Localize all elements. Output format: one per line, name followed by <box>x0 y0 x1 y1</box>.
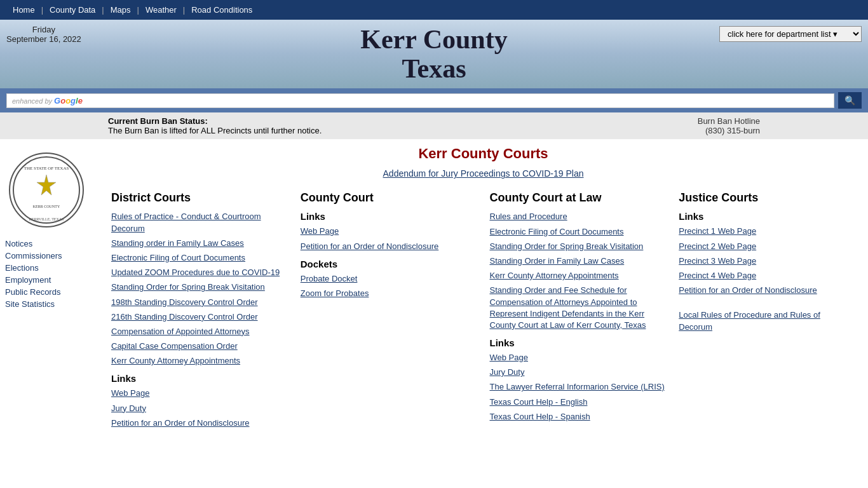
cc-link-1[interactable]: Petition for an Order of Nondisclosure <box>301 241 477 252</box>
sidebar-commissioners[interactable]: Commissioners <box>5 251 93 261</box>
dc-lnk-0[interactable]: Web Page <box>111 388 288 399</box>
main-content: Kerr County Courts Addendum for Jury Pro… <box>98 139 868 438</box>
dc-link-4[interactable]: Standing Order for Spring Break Visitati… <box>111 281 288 293</box>
page-title: Kerr County Courts <box>111 146 855 162</box>
jc-heading: Justice Courts <box>679 191 855 205</box>
dc-link-9[interactable]: Kerr County Attorney Appointments <box>111 355 288 367</box>
ccal-lnk-0[interactable]: Web Page <box>490 352 667 363</box>
ccal-link-2[interactable]: Standing Order for Spring Break Visitati… <box>490 241 667 252</box>
sidebar-employment[interactable]: Employment <box>5 275 93 285</box>
search-button[interactable]: 🔍 <box>838 92 862 109</box>
nav-weather[interactable]: Weather <box>139 4 183 16</box>
burn-ban-left: Current Burn Ban Status: The Burn Ban is… <box>108 116 322 135</box>
nav-county-data[interactable]: County Data <box>43 4 102 16</box>
district-courts-section: District Courts Rules of Practice - Cond… <box>111 191 288 432</box>
jc-link-2[interactable]: Precinct 3 Web Page <box>679 255 855 267</box>
cc-docket-1[interactable]: Zoom for Probates <box>301 288 477 299</box>
ccal-links-heading: Links <box>490 337 667 348</box>
jc-links-heading: Links <box>679 211 855 222</box>
dc-link-6[interactable]: 216th Standing Discovery Control Order <box>111 311 288 323</box>
sidebar: THE STATE OF TEXAS KERR COUNTY KERRVILLE… <box>0 139 98 438</box>
dc-link-8[interactable]: Capital Case Compensation Order <box>111 341 288 352</box>
svg-marker-3 <box>37 175 56 195</box>
department-dropdown[interactable]: click here for department list ▾ <box>719 26 862 42</box>
county-seal: THE STATE OF TEXAS KERR COUNTY KERRVILLE… <box>5 149 88 231</box>
nav-road-conditions[interactable]: Road Conditions <box>185 4 259 16</box>
ccal-link-5[interactable]: Standing Order and Fee Schedule for Comp… <box>490 285 667 331</box>
ccal-lnk-3[interactable]: Texas Court Help - English <box>490 396 667 408</box>
sidebar-elections[interactable]: Elections <box>5 263 93 273</box>
dc-link-7[interactable]: Compensation of Appointed Attorneys <box>111 326 288 337</box>
jc-link-1[interactable]: Precinct 2 Web Page <box>679 241 855 252</box>
cc-links-heading: Links <box>301 211 477 222</box>
sidebar-site-statistics[interactable]: Site Statistics <box>5 299 93 309</box>
svg-text:THE STATE OF TEXAS: THE STATE OF TEXAS <box>24 166 69 171</box>
cc-docket-0[interactable]: Probate Docket <box>301 273 477 285</box>
dc-lnk-1[interactable]: Jury Duty <box>111 403 288 414</box>
justice-courts-section: Justice Courts Links Precinct 1 Web Page… <box>679 191 855 336</box>
ccal-link-0[interactable]: Rules and Procedure <box>490 211 667 222</box>
ccal-link-4[interactable]: Kerr County Attorney Appointments <box>490 270 667 281</box>
district-courts-heading: District Courts <box>111 191 288 205</box>
ccal-link-1[interactable]: Electronic Filing of Court Documents <box>490 226 667 238</box>
cc-dockets-heading: Dockets <box>301 259 477 269</box>
jc-link-4[interactable]: Petition for an Order of Nondisclosure <box>679 285 855 296</box>
nav-home[interactable]: Home <box>6 4 41 16</box>
department-dropdown-wrapper: click here for department list ▾ <box>719 26 862 42</box>
top-navigation: Home | County Data | Maps | Weather | Ro… <box>0 0 868 20</box>
search-input[interactable] <box>86 96 829 105</box>
covid-link-wrap: Addendum for Jury Proceedings to COVID-1… <box>111 168 855 179</box>
ccal-link-3[interactable]: Standing Order in Family Law Cases <box>490 255 667 267</box>
ccal-lnk-4[interactable]: Texas Court Help - Spanish <box>490 411 667 423</box>
svg-text:KERRVILLE, TEXAS: KERRVILLE, TEXAS <box>29 217 64 221</box>
jc-link-0[interactable]: Precinct 1 Web Page <box>679 226 855 237</box>
sidebar-notices[interactable]: Notices <box>5 239 93 248</box>
google-enhanced-label: enhanced by Google <box>12 96 83 105</box>
page-header: Friday September 16, 2022 Kerr CountyTex… <box>0 20 868 88</box>
dc-link-3[interactable]: Updated ZOOM Procedures due to COVID-19 <box>111 267 288 278</box>
dc-link-2[interactable]: Electronic Filing of Court Documents <box>111 252 288 264</box>
dc-links-heading: Links <box>111 373 288 384</box>
courts-grid: District Courts Rules of Practice - Cond… <box>111 191 855 432</box>
nav-maps[interactable]: Maps <box>104 4 137 16</box>
svg-text:KERR COUNTY: KERR COUNTY <box>32 205 60 208</box>
header-date: Friday September 16, 2022 <box>6 25 81 44</box>
jc-extra-0[interactable]: Local Rules of Procedure and Rules of De… <box>679 309 855 332</box>
ccal-lnk-1[interactable]: Jury Duty <box>490 367 667 378</box>
county-court-section: County Court Links Web Page Petition for… <box>301 191 477 302</box>
dc-lnk-2[interactable]: Petition for an Order of Nondisclosure <box>111 417 288 429</box>
dc-link-5[interactable]: 198th Standing Discovery Control Order <box>111 297 288 308</box>
sidebar-public-records[interactable]: Public Records <box>5 287 93 297</box>
burn-ban-status-label: Current Burn Ban Status: <box>108 116 322 126</box>
search-bar: enhanced by Google 🔍 <box>0 88 868 112</box>
jc-link-3[interactable]: Precinct 4 Web Page <box>679 270 855 281</box>
ccal-heading: County Court at Law <box>490 191 667 205</box>
burn-ban-strip: Current Burn Ban Status: The Burn Ban is… <box>0 112 868 139</box>
dc-link-0[interactable]: Rules of Practice - Conduct & Courtroom … <box>111 211 288 234</box>
burn-ban-hotline: Burn Ban Hotline (830) 315-burn <box>698 116 760 135</box>
dc-link-1[interactable]: Standing order in Family Law Cases <box>111 238 288 249</box>
cc-link-0[interactable]: Web Page <box>301 226 477 237</box>
ccal-lnk-2[interactable]: The Lawyer Referral Informarion Service … <box>490 381 667 393</box>
main-layout: THE STATE OF TEXAS KERR COUNTY KERRVILLE… <box>0 139 868 438</box>
county-court-at-law-section: County Court at Law Rules and Procedure … <box>490 191 667 426</box>
covid-link[interactable]: Addendum for Jury Proceedings to COVID-1… <box>383 168 584 179</box>
county-court-heading: County Court <box>301 191 477 205</box>
search-input-wrapper: enhanced by Google <box>6 93 834 108</box>
burn-ban-message: The Burn Ban is lifted for ALL Precincts… <box>108 126 322 135</box>
